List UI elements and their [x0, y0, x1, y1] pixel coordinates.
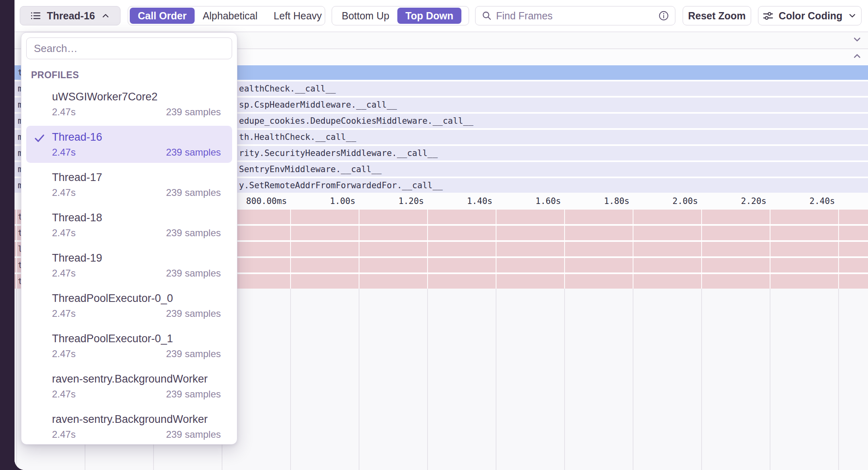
profiler-panel: Thread-16 Call Order Alphabetical Left H… — [15, 0, 868, 470]
find-frames-search[interactable] — [475, 6, 675, 25]
profile-name: Thread-18 — [52, 211, 221, 224]
profile-duration: 2.47s — [52, 308, 76, 319]
thread-dropdown-panel: PROFILES uWSGIWorker7Core2 2.47s 239 sam… — [21, 32, 237, 445]
check-icon — [33, 132, 46, 144]
frame-text-fragment: SentryEnvMiddleware.__call__ — [239, 162, 382, 177]
profile-option-uwsgiworker7core2[interactable]: uWSGIWorker7Core2 2.47s 239 samples — [26, 85, 232, 123]
profile-option-thread-19[interactable]: Thread-19 2.47s 239 samples — [26, 247, 232, 284]
sort-alphabetical-button[interactable]: Alphabetical — [195, 8, 266, 24]
profile-name: uWSGIWorker7Core2 — [52, 90, 221, 103]
profile-duration: 2.47s — [52, 389, 76, 400]
frame-text-fragment: ealthCheck.__call__ — [239, 81, 336, 96]
direction-bottom-up-button[interactable]: Bottom Up — [334, 8, 397, 24]
profile-option-thread-18[interactable]: Thread-18 2.47s 239 samples — [26, 206, 232, 243]
frame-text-fragment: edupe_cookies.DedupeCookiesMiddleware.__… — [239, 114, 473, 128]
axis-tick: 1.80s — [604, 193, 629, 210]
expand-minimap-chevron-down-icon[interactable] — [852, 34, 862, 46]
sort-segmented-control: Call Order Alphabetical Left Heavy — [128, 6, 325, 25]
chevron-down-icon — [847, 11, 857, 21]
profile-samples: 239 samples — [166, 268, 221, 279]
profile-name: raven-sentry.BackgroundWorker — [52, 413, 221, 426]
axis-tick: 1.60s — [536, 193, 561, 210]
profile-duration: 2.47s — [52, 147, 76, 158]
frame-text-fragment: y.SetRemoteAddrFromForwardedFor.__call__ — [239, 178, 443, 193]
profile-name: raven-sentry.BackgroundWorker — [52, 372, 221, 385]
profile-option-thread-17[interactable]: Thread-17 2.47s 239 samples — [26, 166, 232, 203]
axis-tick: 1.40s — [467, 193, 492, 210]
dropdown-search-input[interactable] — [26, 37, 232, 59]
find-frames-input[interactable] — [496, 10, 654, 22]
profile-samples: 239 samples — [166, 348, 221, 360]
toolbar: Thread-16 Call Order Alphabetical Left H… — [15, 0, 868, 32]
axis-tick: 800.00ms — [246, 193, 287, 210]
thread-selector-button[interactable]: Thread-16 — [20, 6, 120, 25]
color-coding-label: Color Coding — [779, 10, 842, 22]
axis-tick: 2.00s — [673, 193, 698, 210]
profile-samples: 239 samples — [166, 308, 221, 319]
sort-left-heavy-button[interactable]: Left Heavy — [266, 8, 330, 24]
frame-text-fragment: th.HealthCheck.__call__ — [239, 130, 356, 144]
profile-option-raven-sentry-backgroundworker-1[interactable]: raven-sentry.BackgroundWorker 2.47s 239 … — [26, 368, 232, 405]
collapse-flamegraph-chevron-up-icon[interactable] — [852, 51, 862, 63]
info-icon[interactable] — [658, 10, 669, 21]
search-icon — [482, 10, 492, 21]
axis-tick: 1.00s — [330, 193, 355, 210]
profiles-section-label: PROFILES — [31, 70, 232, 81]
frame-text-fragment: rity.SecurityHeadersMiddleware.__call__ — [239, 146, 438, 160]
profile-duration: 2.47s — [52, 268, 76, 279]
profile-samples: 239 samples — [166, 429, 221, 440]
profile-samples: 239 samples — [166, 389, 221, 400]
profile-name: ThreadPoolExecutor-0_1 — [52, 332, 221, 345]
axis-tick: 2.20s — [741, 193, 766, 210]
profile-option-threadpoolexecutor-0-0[interactable]: ThreadPoolExecutor-0_0 2.47s 239 samples — [26, 287, 232, 324]
frame-text-fragment: sp.CspHeaderMiddleware.__call__ — [239, 98, 397, 112]
profile-option-thread-16[interactable]: Thread-16 2.47s 239 samples — [26, 126, 232, 163]
profile-duration: 2.47s — [52, 227, 76, 239]
chevron-up-icon — [101, 11, 110, 21]
profile-name: ThreadPoolExecutor-0_0 — [52, 292, 221, 305]
axis-tick: 2.40s — [810, 193, 835, 210]
sort-call-order-button[interactable]: Call Order — [130, 8, 195, 24]
profile-samples: 239 samples — [166, 227, 221, 239]
profile-option-threadpoolexecutor-0-1[interactable]: ThreadPoolExecutor-0_1 2.47s 239 samples — [26, 327, 232, 364]
profile-name: Thread-17 — [52, 171, 221, 184]
color-coding-button[interactable]: Color Coding — [758, 6, 862, 25]
list-icon — [30, 10, 41, 21]
reset-zoom-button[interactable]: Reset Zoom — [683, 6, 751, 25]
sliders-icon — [762, 10, 774, 21]
app-root: Thread-16 Call Order Alphabetical Left H… — [0, 0, 868, 470]
profile-duration: 2.47s — [52, 106, 76, 118]
profile-samples: 239 samples — [166, 147, 221, 158]
thread-selector-label: Thread-16 — [47, 10, 95, 22]
profile-option-raven-sentry-backgroundworker-2[interactable]: raven-sentry.BackgroundWorker 2.47s 239 … — [26, 408, 232, 445]
axis-tick: 1.20s — [399, 193, 424, 210]
profile-samples: 239 samples — [166, 106, 221, 118]
direction-segmented-control: Bottom Up Top Down — [332, 6, 469, 25]
profile-samples: 239 samples — [166, 187, 221, 198]
profile-duration: 2.47s — [52, 348, 76, 360]
profile-name: Thread-16 — [52, 131, 221, 143]
profile-duration: 2.47s — [52, 429, 76, 440]
direction-top-down-button[interactable]: Top Down — [397, 8, 461, 24]
profile-duration: 2.47s — [52, 187, 76, 198]
profile-name: Thread-19 — [52, 252, 221, 264]
